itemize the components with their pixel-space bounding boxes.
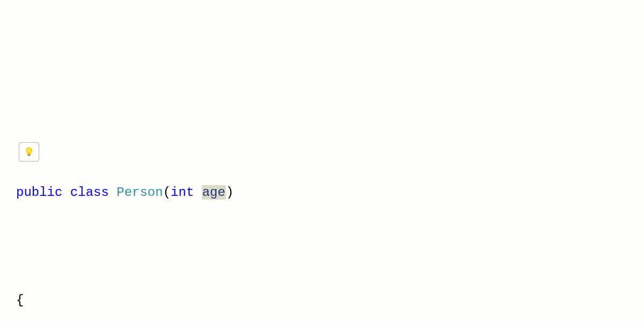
lightbulb-icon xyxy=(24,147,34,157)
param-type: int xyxy=(171,185,194,200)
class-name: Person xyxy=(116,185,163,200)
code-line-2-blank[interactable] xyxy=(16,237,628,255)
param-age-highlight: age xyxy=(202,185,226,200)
svg-point-0 xyxy=(27,148,31,152)
keyword-class: class xyxy=(70,185,109,200)
code-editor[interactable]: public class Person(int age) { // initia… xyxy=(16,147,628,322)
open-brace: { xyxy=(16,293,24,308)
open-paren: ( xyxy=(163,185,171,200)
code-line-3[interactable]: { xyxy=(16,291,628,310)
keyword-public: public xyxy=(16,185,62,200)
close-paren: ) xyxy=(226,185,233,200)
code-line-1[interactable]: public class Person(int age) xyxy=(16,184,628,202)
quick-actions-lightbulb[interactable] xyxy=(19,142,39,162)
